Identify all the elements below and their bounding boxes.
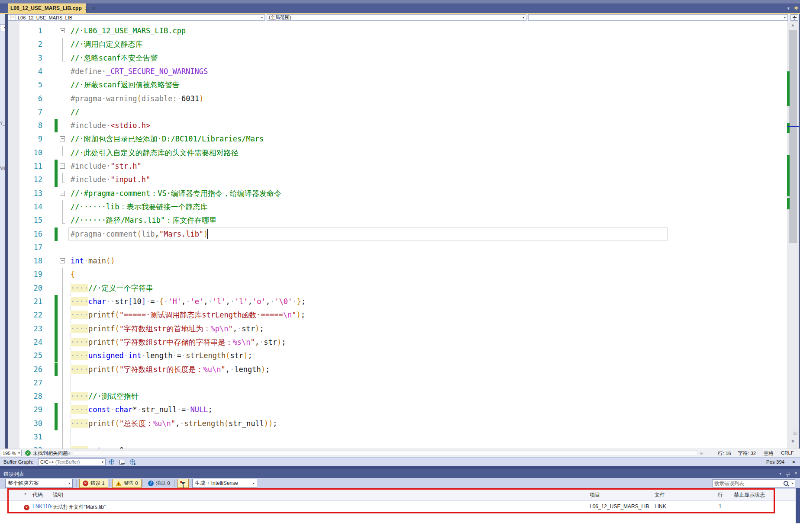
hscroll-right-icon[interactable]: ▶ [700, 451, 703, 455]
code-text[interactable]: //······路径/Mars.lib"：库文件在哪里 [71, 214, 216, 227]
code-line[interactable]: 10//·此处引入自定义的静态库的头文件需要相对路径 [8, 146, 787, 160]
code-text[interactable]: { [71, 268, 75, 281]
scrollbar-down-icon[interactable]: ▼ [787, 439, 799, 444]
code-line[interactable]: 32····return·0; [8, 444, 787, 449]
fold-toggle-icon[interactable]: − [60, 136, 65, 141]
globe-dot-icon[interactable] [130, 459, 135, 465]
line-number[interactable]: 25 [8, 349, 42, 362]
member-scope-dropdown[interactable]: ▾ [528, 14, 788, 21]
code-text[interactable]: ····const·char*·str_null·=·NULL; [71, 403, 213, 417]
code-line[interactable]: 31 [8, 430, 787, 444]
fold-toggle-icon[interactable]: − [60, 28, 65, 33]
code-line[interactable]: 9−//·附加包含目录已经添加·D:/BC101/Libraries/Mars [8, 132, 787, 146]
code-line[interactable]: 6#pragma·warning(disable:·6031) [8, 92, 787, 106]
code-line[interactable]: 19{ [8, 268, 787, 281]
code-text[interactable]: ····unsigned·int·length·=·strLength(str)… [71, 349, 252, 362]
fold-toggle-icon[interactable]: − [60, 163, 65, 169]
line-number[interactable]: 15 [8, 214, 42, 227]
line-number[interactable]: 16 [8, 228, 42, 241]
line-number[interactable]: 11 [8, 160, 42, 173]
line-number[interactable]: 7 [8, 106, 42, 119]
line-number[interactable]: 2 [8, 38, 42, 51]
filter-button[interactable] [177, 479, 189, 488]
line-number[interactable]: 9 [8, 132, 42, 146]
line-number[interactable]: 4 [8, 65, 42, 78]
code-text[interactable]: // [71, 106, 79, 119]
line-number[interactable]: 18 [8, 254, 42, 268]
code-line[interactable]: 8#include·<stdio.h> [8, 119, 787, 132]
line-number[interactable]: 17 [8, 241, 42, 254]
code-line[interactable]: 1−//·L06_12_USE_MARS_LIB.cpp [8, 24, 787, 38]
line-number[interactable]: 20 [8, 282, 42, 295]
line-number[interactable]: 12 [8, 173, 42, 186]
code-text[interactable]: //·忽略scanf不安全告警 [71, 51, 158, 65]
copy-pages-icon[interactable] [119, 460, 124, 465]
errors-filter-button[interactable]: × 错误 1 [79, 479, 108, 488]
status-spaces-indicator[interactable]: 空格 [764, 450, 774, 457]
line-number[interactable]: 23 [8, 322, 42, 336]
line-number[interactable]: 26 [8, 363, 42, 376]
code-text[interactable]: //·L06_12_USE_MARS_LIB.cpp [71, 24, 186, 38]
scope-filter-dropdown[interactable]: 整个解决方案 ▾ [5, 479, 73, 488]
code-line[interactable]: 14//······lib：表示我要链接一个静态库 [8, 200, 787, 214]
gear-icon[interactable]: ✱ [794, 5, 798, 11]
window-menu-chevron-icon[interactable]: ▾ [779, 471, 781, 476]
code-line[interactable]: 5//·屏蔽scanf返回值被忽略警告 [8, 78, 787, 92]
editor-vertical-scrollbar[interactable]: ▲ 33 ▼ [787, 21, 799, 449]
pin-icon[interactable] [786, 471, 790, 476]
code-text[interactable]: #pragma·comment(lib,"Mars.lib") [71, 228, 208, 241]
code-line[interactable]: 16#pragma·comment(lib,"Mars.lib") [8, 228, 787, 241]
line-number[interactable]: 13 [8, 187, 42, 200]
editor-horizontal-scrollbar[interactable] [73, 450, 698, 455]
close-icon[interactable]: × [92, 6, 96, 11]
code-text[interactable]: //·附加包含目录已经添加·D:/BC101/Libraries/Mars [71, 132, 264, 146]
project-scope-dropdown[interactable]: ++ L06_12_USE_MARS_LIB ▾ [8, 14, 265, 21]
status-eol-indicator[interactable]: CRLF [781, 450, 794, 455]
code-text[interactable]: ····return·0; [71, 444, 128, 449]
line-number[interactable]: 22 [8, 308, 42, 322]
fold-toggle-icon[interactable]: − [60, 191, 65, 196]
code-text[interactable]: //·此处引入自定义的静态库的头文件需要相对路径 [71, 146, 239, 160]
line-number[interactable]: 21 [8, 295, 42, 308]
code-line[interactable]: 30····printf("总长度：%u\n",·strLength(str_n… [8, 417, 787, 430]
code-text[interactable]: #include·"str.h" [71, 160, 142, 173]
code-line[interactable]: 21····char··str[10]·=·{·'H',·'e',·'l',·'… [8, 295, 787, 308]
line-number[interactable]: 14 [8, 200, 42, 214]
search-icon[interactable] [784, 481, 788, 486]
error-search-box[interactable]: ▾ [712, 479, 795, 487]
code-line[interactable]: 28····//·测试空指针 [8, 390, 787, 403]
error-list-title-bar[interactable]: 错误列表 ▾ × [0, 469, 800, 478]
messages-filter-button[interactable]: i 消息 0 [145, 479, 173, 488]
code-line[interactable]: 18−int·main() [8, 254, 787, 268]
code-line[interactable]: 4#define·_CRT_SECURE_NO_WARNINGS [8, 65, 787, 78]
source-filter-dropdown[interactable]: 生成 + IntelliSense ▾ [192, 479, 257, 488]
code-text[interactable]: ····printf("字符数组str中存储的字符串是：%s\n",·str); [71, 336, 286, 349]
line-number[interactable]: 19 [8, 268, 42, 281]
error-search-input[interactable] [713, 481, 784, 486]
document-health-icon[interactable]: ✓ [25, 450, 31, 456]
code-line[interactable]: 25····unsigned·int·length·=·strLength(st… [8, 349, 787, 362]
code-text[interactable]: #include·"input.h" [71, 173, 150, 186]
code-line[interactable]: 12#include·"input.h" [8, 173, 787, 186]
buffer-type-dropdown[interactable]: C/C++ (TextBuffer) ▾ [38, 458, 106, 465]
line-number[interactable]: 27 [8, 376, 42, 390]
code-text[interactable]: //·#pragma·comment：VS·编译器专用指令，给编译器发命令 [71, 187, 281, 200]
line-number[interactable]: 32 [8, 444, 42, 449]
code-text[interactable]: ····printf("字符数组str的首地址为：%p\n",·str); [71, 322, 264, 336]
tab-l06-12-use-mars-lib[interactable]: L06_12_USE_MARS_LIB.cpp × [8, 3, 86, 13]
line-number[interactable]: 29 [8, 403, 42, 417]
code-text[interactable]: //·调用自定义静态库 [71, 38, 143, 51]
code-text[interactable]: #define·_CRT_SECURE_NO_WARNINGS [71, 65, 208, 78]
split-window-button[interactable]: ▴▾ [790, 14, 798, 21]
code-text[interactable]: //·屏蔽scanf返回值被忽略警告 [71, 78, 180, 92]
code-line[interactable]: 22····printf("=====·测试调用静态库strLength函数·=… [8, 308, 787, 322]
line-number[interactable]: 30 [8, 417, 42, 430]
panel-top-border[interactable] [0, 466, 800, 469]
code-line[interactable]: 23····printf("字符数组str的首地址为：%p\n",·str); [8, 322, 787, 336]
code-text[interactable]: #pragma·warning(disable:·6031) [71, 92, 203, 106]
code-text[interactable]: ····printf("字符数组str的长度是：%u\n",·length); [71, 363, 270, 376]
type-scope-dropdown[interactable]: (全局范围) ▾ [267, 14, 526, 21]
code-text[interactable]: ····printf("=====·测试调用静态库strLength函数·===… [71, 308, 305, 322]
scrollbar-up-icon[interactable]: ▲ [787, 22, 799, 27]
code-line[interactable]: 15//······路径/Mars.lib"：库文件在哪里 [8, 214, 787, 227]
